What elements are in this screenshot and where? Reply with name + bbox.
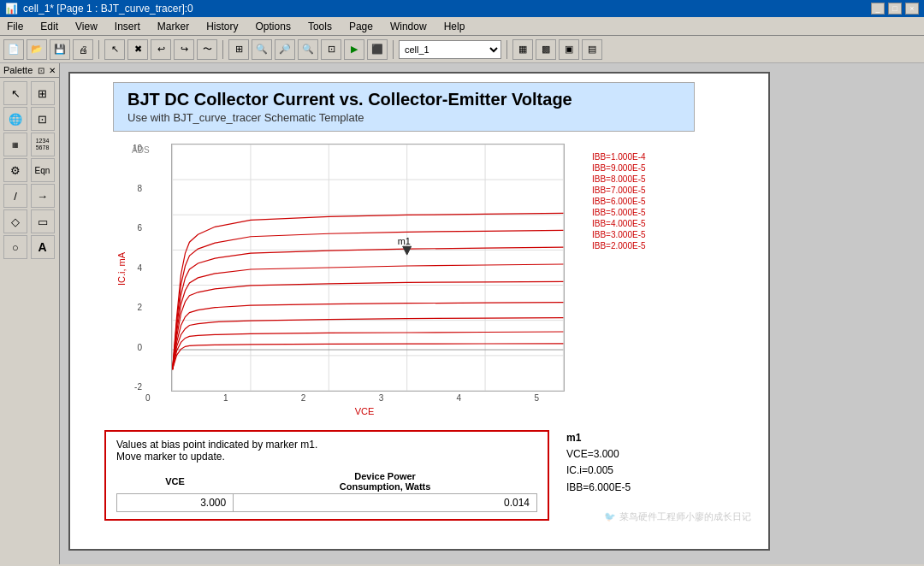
palette-eqn-tool[interactable]: Eqn — [31, 158, 55, 182]
y-tick-6: 6 — [121, 223, 142, 233]
title-bar-left: 📊 cell_1* [Page 1 : BJT_curve_tracer]:0 — [5, 3, 193, 15]
marker-label: m1 — [566, 430, 631, 446]
run-button[interactable]: ▶ — [344, 39, 364, 60]
canvas-area: BJT DC Collector Current vs. Collector-E… — [60, 63, 924, 564]
palette: Palette ⊡ ✕ ↖ ⊞ 🌐 ⊡ ▦ 12345678 ⚙ Eqn / →… — [0, 63, 60, 564]
x-tick-4: 4 — [457, 393, 462, 403]
palette-grid-tool[interactable]: ⊞ — [31, 81, 55, 105]
legend-item-7: IBB=3.000E-5 — [592, 230, 646, 239]
cell-selector[interactable]: cell_1 — [399, 40, 501, 59]
marker-info: m1 VCE=3.000 IC.i=0.005 IBB=6.000E-5 — [566, 430, 631, 521]
new-button[interactable]: 📄 — [3, 39, 24, 60]
menu-history[interactable]: History — [203, 20, 241, 33]
x-axis-label: VCE — [145, 406, 583, 416]
palette-oval-tool[interactable]: ○ — [3, 235, 27, 259]
grid-button[interactable]: ⊞ — [228, 39, 249, 60]
x-tick-0: 0 — [145, 393, 151, 403]
palette-globe-tool[interactable]: 🌐 — [3, 107, 27, 131]
palette-float-icon[interactable]: ⊡ — [38, 66, 44, 75]
y-tick-2: 2 — [121, 303, 142, 312]
chart-title: BJT DC Collector Current vs. Collector-E… — [127, 90, 680, 109]
menu-tools[interactable]: Tools — [305, 20, 335, 33]
toolbar: 📄 📂 💾 🖨 ↖ ✖ ↩ ↪ 〜 ⊞ 🔍 🔎 🔍 ⊡ ▶ ⬛ cell_1 ▦… — [0, 36, 924, 63]
palette-grid2-tool[interactable]: ▦ — [3, 133, 27, 156]
menu-insert[interactable]: Insert — [111, 20, 144, 33]
palette-label: Palette — [3, 65, 33, 75]
display-btn2[interactable]: ▩ — [536, 39, 556, 60]
measurement-description: Values at bias point indicated by marker… — [116, 439, 537, 463]
meas-desc-line2: Move marker to update. — [116, 451, 225, 463]
x-tick-1: 1 — [223, 393, 228, 403]
open-button[interactable]: 📂 — [27, 39, 47, 60]
display-btn1[interactable]: ▦ — [512, 39, 533, 60]
palette-gear-tool[interactable]: ⚙ — [3, 158, 27, 182]
legend-item-3: IBB=7.000E-5 — [592, 186, 646, 195]
toolbar-separator-2 — [222, 40, 223, 59]
zoom-fit-button[interactable]: ⊡ — [321, 39, 341, 60]
legend-item-1: IBB=9.000E-5 — [592, 163, 646, 173]
maximize-button[interactable]: □ — [888, 3, 902, 15]
save-button[interactable]: 💾 — [50, 39, 70, 60]
window-title: cell_1* [Page 1 : BJT_curve_tracer]:0 — [23, 3, 193, 15]
menu-window[interactable]: Window — [387, 20, 430, 33]
palette-header: Palette ⊡ ✕ — [0, 63, 59, 78]
chart-wrap: IC.i, mA ADS 10 8 6 4 2 0 -2 — [104, 144, 583, 416]
y-tick-8: 8 — [121, 184, 142, 193]
legend-item-5: IBB=5.000E-5 — [592, 208, 646, 217]
palette-arrow-tool[interactable]: → — [31, 184, 55, 208]
palette-diamond-tool[interactable]: ◇ — [3, 209, 27, 233]
x-tick-2: 2 — [301, 393, 306, 403]
close-button[interactable]: × — [905, 3, 919, 15]
zoom-area-button[interactable]: 🔎 — [275, 39, 295, 60]
meas-col1-header: VCE — [117, 469, 234, 494]
undo-button[interactable]: ↩ — [151, 39, 171, 60]
waveform-button[interactable]: 〜 — [197, 39, 217, 60]
title-bar: 📊 cell_1* [Page 1 : BJT_curve_tracer]:0 … — [0, 0, 924, 17]
ads-label: ADS — [132, 145, 150, 155]
menu-marker[interactable]: Marker — [154, 20, 192, 33]
x-axis-ticks: 0 1 2 3 4 5 — [145, 393, 539, 403]
minimize-button[interactable]: _ — [871, 3, 885, 15]
palette-text-tool[interactable]: A — [31, 235, 55, 259]
svg-marker-15 — [403, 246, 412, 255]
y-axis-label: IC.i, mA — [116, 251, 127, 285]
legend-item-2: IBB=8.000E-5 — [592, 174, 646, 184]
palette-rect-tool[interactable]: ▭ — [31, 209, 55, 233]
display-btn4[interactable]: ▤ — [582, 39, 602, 60]
chart-plot-area: m1 — [171, 144, 565, 392]
main-layout: Palette ⊡ ✕ ↖ ⊞ 🌐 ⊡ ▦ 12345678 ⚙ Eqn / →… — [0, 63, 924, 564]
meas-data-row: 3.000 0.014 — [117, 494, 537, 512]
delete-button[interactable]: ✖ — [127, 39, 148, 60]
print-button[interactable]: 🖨 — [73, 39, 93, 60]
zoom-in-button[interactable]: 🔍 — [252, 39, 272, 60]
palette-num-tool[interactable]: 12345678 — [31, 133, 55, 156]
menu-file[interactable]: File — [3, 20, 27, 33]
menu-view[interactable]: View — [72, 20, 101, 33]
stop-button[interactable]: ⬛ — [367, 39, 388, 60]
toolbar-separator-4 — [506, 40, 507, 59]
chart-container: IC.i, mA ADS 10 8 6 4 2 0 -2 — [104, 144, 760, 416]
menu-options[interactable]: Options — [252, 20, 294, 33]
palette-select-tool[interactable]: ↖ — [3, 81, 27, 105]
menu-edit[interactable]: Edit — [37, 20, 62, 33]
watermark-icon: 🐦 — [604, 511, 616, 522]
marker-ic: IC.i=0.005 — [566, 463, 631, 479]
chart-subtitle: Use with BJT_curve_tracer Schematic Temp… — [127, 111, 680, 124]
title-bar-controls: _ □ × — [871, 3, 919, 15]
schematic-window: BJT DC Collector Current vs. Collector-E… — [68, 72, 770, 551]
select-button[interactable]: ↖ — [104, 39, 125, 60]
toolbar-separator-3 — [393, 40, 394, 59]
palette-line-tool[interactable]: / — [3, 184, 27, 208]
palette-close-icon[interactable]: ✕ — [49, 66, 56, 75]
display-btn3[interactable]: ▣ — [559, 39, 579, 60]
legend-item-6: IBB=4.000E-5 — [592, 219, 646, 228]
marker-vce: VCE=3.000 — [566, 446, 631, 463]
zoom-out-button[interactable]: 🔍 — [298, 39, 318, 60]
svg-text:m1: m1 — [398, 236, 411, 246]
redo-button[interactable]: ↪ — [174, 39, 194, 60]
chart-title-block: BJT DC Collector Current vs. Collector-E… — [113, 82, 695, 132]
legend-item-0: IBB=1.000E-4 — [592, 152, 646, 162]
menu-help[interactable]: Help — [441, 20, 469, 33]
palette-circle-tool[interactable]: ⊡ — [31, 107, 55, 131]
menu-page[interactable]: Page — [346, 20, 376, 33]
